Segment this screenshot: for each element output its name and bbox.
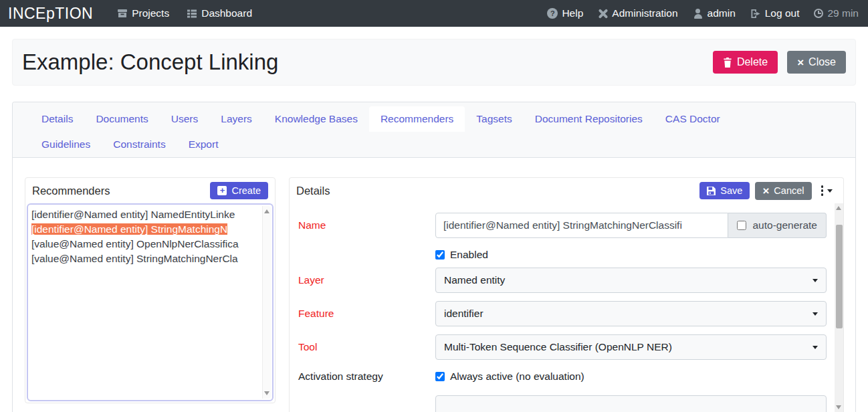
chevron-down-icon: [812, 279, 818, 282]
cancel-icon: ×: [762, 185, 769, 197]
top-navbar: INCEpTION Projects Dashboard ? Help Admi…: [0, 0, 868, 27]
scroll-up-arrow[interactable]: [264, 209, 269, 213]
recommenders-panel: Recommenders + Create [identifier@Named …: [25, 177, 276, 403]
nav-administration-label: Administration: [612, 7, 677, 19]
layer-label: Layer: [298, 274, 435, 286]
recommender-list-item[interactable]: [value@Named entity] StringMatchingNerCl…: [31, 251, 261, 266]
auto-generate-label: auto-generate: [752, 219, 817, 231]
details-panel: Details Save × Cancel Name: [289, 177, 844, 412]
session-timer: 29 min: [814, 7, 859, 19]
nav-user-label: admin: [708, 7, 736, 19]
close-button[interactable]: × Close: [787, 51, 846, 74]
tab-constraints[interactable]: Constraints: [102, 132, 177, 157]
scrollbar-thumb[interactable]: [836, 225, 843, 328]
create-button-label: Create: [231, 185, 261, 196]
tab-users[interactable]: Users: [160, 106, 209, 132]
list-icon: [187, 8, 197, 19]
feature-label: Feature: [298, 308, 435, 320]
tool-label: Tool: [298, 341, 435, 353]
tab-cas-doctor[interactable]: CAS Doctor: [654, 106, 732, 132]
tab-export[interactable]: Export: [177, 132, 230, 157]
clock-icon: [814, 9, 823, 18]
trash-icon: [723, 58, 732, 68]
page-title: Example: Concept Linking: [22, 49, 278, 75]
feature-select-value: identifier: [444, 308, 483, 320]
nav-user[interactable]: admin: [693, 7, 736, 19]
session-timer-label: 29 min: [827, 7, 859, 19]
tab-documents[interactable]: Documents: [84, 106, 159, 132]
feature-select[interactable]: identifier: [435, 301, 827, 326]
create-recommender-button[interactable]: + Create: [210, 182, 268, 199]
activation-strategy-label: Activation strategy: [298, 371, 435, 383]
tab-knowledge-bases[interactable]: Knowledge Bases: [263, 106, 369, 132]
tab-tagsets[interactable]: Tagsets: [465, 106, 523, 132]
tool-select-value: Multi-Token Sequence Classifier (OpenNLP…: [444, 341, 672, 353]
always-active-label: Always active (no evaluation): [450, 371, 584, 383]
listbox-scrollbar[interactable]: [262, 206, 271, 399]
tab-recommenders[interactable]: Recommenders: [369, 106, 465, 132]
plus-square-icon: +: [217, 186, 227, 195]
chevron-down-icon: [812, 346, 818, 349]
recommender-form: Name auto-generate Enabled: [290, 203, 827, 412]
tab-guidelines[interactable]: Guidelines: [30, 132, 102, 157]
name-label: Name: [298, 219, 435, 231]
always-active-checkbox[interactable]: [435, 372, 445, 381]
recommender-list-item[interactable]: [identifier@Named entity] NamedEntityLin…: [31, 207, 261, 222]
recommenders-panel-title: Recommenders: [32, 185, 110, 197]
auto-generate-addon: auto-generate: [728, 213, 827, 238]
app-logo[interactable]: INCEpTION: [8, 5, 93, 23]
nav-projects-label: Projects: [132, 7, 169, 19]
scroll-up-arrow[interactable]: [836, 206, 841, 210]
clipped-select[interactable]: [435, 395, 827, 412]
nav-help[interactable]: ? Help: [547, 7, 583, 19]
name-input[interactable]: [435, 213, 728, 238]
auto-generate-checkbox[interactable]: [737, 221, 746, 230]
nav-dashboard[interactable]: Dashboard: [187, 7, 252, 19]
delete-button[interactable]: Delete: [713, 51, 778, 74]
details-panel-title: Details: [296, 185, 330, 197]
scroll-down-arrow[interactable]: [264, 391, 269, 395]
person-icon: [693, 9, 703, 19]
layer-select-value: Named entity: [444, 274, 505, 286]
cancel-button-label: Cancel: [774, 185, 804, 196]
cancel-button[interactable]: × Cancel: [755, 182, 811, 200]
tool-select[interactable]: Multi-Token Sequence Classifier (OpenNLP…: [435, 334, 827, 360]
tab-layers[interactable]: Layers: [209, 106, 263, 132]
save-button[interactable]: Save: [699, 182, 750, 199]
chevron-down-icon: [812, 312, 818, 316]
tab-details[interactable]: Details: [30, 106, 84, 132]
layer-select[interactable]: Named entity: [435, 268, 827, 293]
page-header: Example: Concept Linking Delete × Close: [12, 39, 856, 86]
archive-icon: [117, 8, 128, 19]
recommender-list-item[interactable]: [value@Named entity] OpenNlpNerClassific…: [31, 237, 261, 251]
save-button-label: Save: [720, 185, 742, 196]
scroll-down-arrow[interactable]: [836, 405, 841, 409]
nav-dashboard-label: Dashboard: [201, 7, 252, 19]
nav-projects[interactable]: Projects: [117, 7, 169, 19]
settings-tabbar: Details Documents Users Layers Knowledge…: [13, 102, 855, 158]
tools-icon: [598, 9, 608, 19]
tab-document-repositories[interactable]: Document Repositories: [524, 106, 654, 132]
enabled-checkbox[interactable]: [435, 250, 445, 260]
recommenders-listbox[interactable]: [identifier@Named entity] NamedEntityLin…: [27, 203, 274, 401]
logout-icon: [750, 9, 761, 19]
nav-administration[interactable]: Administration: [598, 7, 677, 19]
nav-logout-label: Log out: [765, 7, 800, 19]
chevron-down-icon: [827, 189, 833, 193]
details-scrollbar[interactable]: [835, 203, 843, 412]
close-button-label: Close: [808, 56, 836, 68]
question-circle-icon: ?: [547, 8, 558, 19]
enabled-label: Enabled: [450, 249, 488, 261]
nav-logout[interactable]: Log out: [750, 7, 800, 19]
floppy-icon: [707, 187, 716, 195]
kebab-icon: [821, 185, 824, 196]
recommender-list-item-selected[interactable]: [identifier@Named entity] StringMatching…: [31, 222, 261, 237]
delete-button-label: Delete: [737, 56, 768, 68]
close-icon: ×: [797, 57, 804, 68]
more-actions-menu[interactable]: [817, 183, 837, 199]
nav-help-label: Help: [562, 7, 583, 19]
